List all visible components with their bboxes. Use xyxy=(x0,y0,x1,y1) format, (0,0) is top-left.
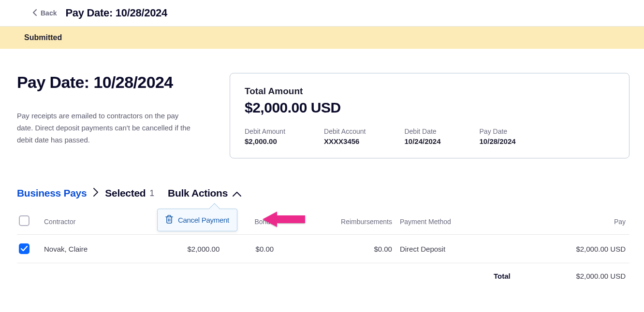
breadcrumb-selected-count: 1 xyxy=(149,188,154,199)
top-bar: Back Pay Date: 10/28/2024 xyxy=(0,0,644,27)
breadcrumb-business-pays[interactable]: Business Pays xyxy=(17,187,87,199)
bulk-actions-button[interactable]: Bulk Actions xyxy=(168,187,241,199)
cell-pay: $2,000.00 USD xyxy=(514,235,629,263)
payments-table: Contractor Bonus Reimbursements Payment … xyxy=(17,210,629,282)
row-checkbox[interactable] xyxy=(19,243,29,254)
chevron-left-icon xyxy=(33,9,37,17)
footer-total-label: Total xyxy=(17,263,514,283)
debit-account-value: XXXX3456 xyxy=(324,137,366,145)
col-reimbursements: Reimbursements xyxy=(278,210,396,235)
breadcrumb: Business Pays Selected 1 Bulk Actions Ca… xyxy=(17,187,629,199)
table-row: Novak, Claire $2,000.00 $0.00 $0.00 Dire… xyxy=(17,235,629,263)
debit-amount-value: $2,000.00 xyxy=(245,137,285,145)
cell-amount: $2,000.00 xyxy=(143,235,223,263)
cell-contractor: Novak, Claire xyxy=(40,235,143,263)
pay-date-label: Pay Date xyxy=(480,128,516,135)
chevron-up-icon xyxy=(233,187,241,199)
debit-account-label: Debit Account xyxy=(324,128,366,135)
page-title: Pay Date: 10/28/2024 xyxy=(17,73,210,92)
dropdown-cancel-payment-label: Cancel Payment xyxy=(178,216,229,224)
pay-date-value: 10/28/2024 xyxy=(480,137,516,145)
col-contractor: Contractor xyxy=(40,210,143,235)
status-banner: Submitted xyxy=(0,27,644,49)
bulk-actions-label: Bulk Actions xyxy=(168,187,228,199)
summary-item-debit-date: Debit Date 10/24/2024 xyxy=(404,128,440,145)
dropdown-cancel-payment[interactable]: Cancel Payment xyxy=(157,209,237,231)
select-all-checkbox[interactable] xyxy=(19,215,29,226)
col-payment-method: Payment Method xyxy=(396,210,514,235)
chevron-right-icon xyxy=(93,187,98,199)
cell-payment-method: Direct Deposit xyxy=(396,235,514,263)
summary-item-debit-amount: Debit Amount $2,000.00 xyxy=(245,128,285,145)
debit-date-value: 10/24/2024 xyxy=(404,137,440,145)
debit-amount-label: Debit Amount xyxy=(245,128,285,135)
footer-total-value: $2,000.00 USD xyxy=(514,263,629,283)
trash-icon xyxy=(165,215,173,225)
page-description: Pay receipts are emailed to contractors … xyxy=(17,110,196,146)
cell-bonus: $0.00 xyxy=(223,235,278,263)
status-text: Submitted xyxy=(24,33,62,42)
summary-item-pay-date: Pay Date 10/28/2024 xyxy=(480,128,516,145)
cell-reimbursements: $0.00 xyxy=(278,235,396,263)
summary-item-debit-account: Debit Account XXXX3456 xyxy=(324,128,366,145)
back-label: Back xyxy=(41,9,57,17)
total-amount-value: $2,000.00 USD xyxy=(245,99,615,116)
debit-date-label: Debit Date xyxy=(404,128,440,135)
breadcrumb-selected: Selected xyxy=(105,187,146,199)
summary-card: Total Amount $2,000.00 USD Debit Amount … xyxy=(230,73,629,158)
col-pay: Pay xyxy=(514,210,629,235)
content: Pay Date: 10/28/2024 Pay receipts are em… xyxy=(0,49,644,297)
total-amount-label: Total Amount xyxy=(245,86,615,97)
back-button[interactable]: Back xyxy=(33,9,57,17)
topbar-title: Pay Date: 10/28/2024 xyxy=(65,7,167,19)
